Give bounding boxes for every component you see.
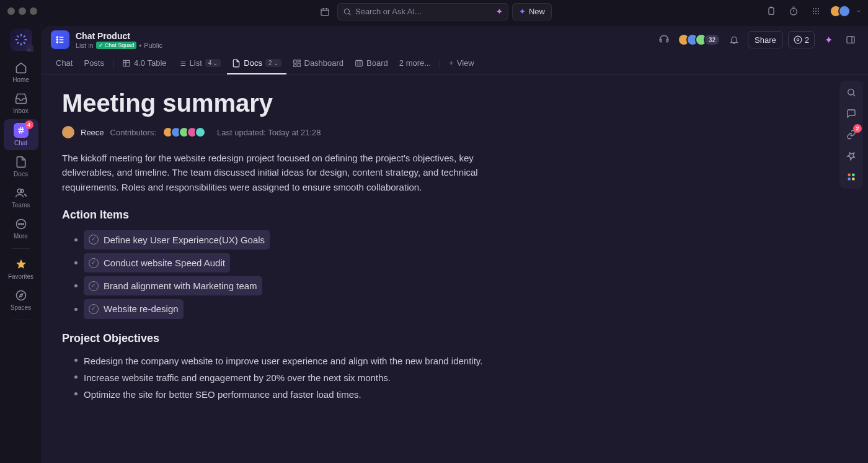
inbox-icon [14,92,28,106]
calendar-icon[interactable] [316,3,334,20]
author-avatar[interactable] [62,126,74,138]
page-title: Chat Product [76,31,162,41]
svg-point-30 [848,89,854,95]
list-icon[interactable] [51,30,69,49]
svg-rect-27 [298,63,300,66]
topbar-user-avatars[interactable] [830,5,851,17]
tab-dashboard[interactable]: Dashboard [288,53,349,74]
action-item[interactable]: ✓Define key User Experience(UX) Goals [62,230,508,249]
contributor-avatars[interactable] [162,127,206,138]
objective-item[interactable]: Redesign the company website to improve … [62,354,508,368]
topbar: Search or Ask AI... ✦ ✦ New [0,0,868,24]
maximize-window-dot[interactable] [30,7,37,15]
sidebar-item-teams[interactable]: Teams [4,182,38,212]
tab-board[interactable]: Board [350,53,393,74]
ai-sparkle-icon: ✦ [496,7,503,16]
sidebar-item-inbox[interactable]: Inbox [4,88,38,118]
svg-point-9 [818,11,819,12]
bell-icon[interactable] [725,31,743,48]
objectives-heading[interactable]: Project Objectives [62,330,508,348]
tab-more[interactable]: 2 more... [394,53,436,74]
svg-point-7 [813,11,814,12]
pin-icon[interactable] [842,146,861,165]
sidebar-item-favorites[interactable]: Favorites [4,254,38,284]
author-name[interactable]: Reece [81,128,104,137]
objective-item[interactable]: Increase website traffic and engagement … [62,371,508,385]
svg-point-1 [344,9,349,14]
comments-badge: 2 [853,124,862,133]
svg-point-10 [813,13,814,14]
search-icon[interactable] [842,83,861,102]
presence-count[interactable]: 2 [788,31,815,48]
dashboard-icon [293,59,301,68]
doc-icon [232,59,241,68]
file-icon [14,155,28,169]
table-icon [122,59,131,68]
sidebar-item-chat[interactable]: 4 Chat [4,119,38,150]
clipboard-icon[interactable] [763,2,780,20]
add-view-button[interactable]: + View [444,53,479,74]
link-icon[interactable]: 2 [842,125,861,144]
apps-icon[interactable] [842,168,861,186]
action-item[interactable]: ✓Brand alignment with Marketing team [62,276,508,295]
svg-point-22 [797,38,799,41]
check-icon[interactable]: ✓ [89,304,99,314]
svg-point-16 [20,223,22,225]
sidebar: ⌄ Home Inbox 4 Chat Docs Teams More [0,24,42,463]
comment-icon[interactable] [842,104,861,123]
sidebar-toggle-icon[interactable] [842,31,859,48]
check-icon[interactable]: ✓ [89,281,99,291]
chevron-down-icon[interactable]: ⌄ [26,45,33,52]
check-icon[interactable]: ✓ [89,258,99,268]
more-icon [14,217,28,231]
check-icon[interactable]: ✓ [89,235,99,245]
close-window-dot[interactable] [7,7,15,15]
apps-grid-icon[interactable] [807,2,825,20]
tab-list[interactable]: List 4 ⌄ [173,53,226,74]
action-item[interactable]: ✓Conduct website Speed Audit [62,253,508,272]
sidebar-item-spaces[interactable]: Spaces [4,285,38,315]
svg-point-5 [815,8,817,9]
share-button[interactable]: Share [748,31,783,48]
tab-table[interactable]: 4.0 Table [117,53,172,74]
svg-rect-26 [298,60,300,61]
minimize-window-dot[interactable] [19,7,26,15]
svg-rect-32 [852,174,854,176]
new-button-label: New [529,7,545,16]
sidebar-item-more[interactable]: More [4,214,38,243]
board-icon [355,59,363,68]
new-button[interactable]: ✦ New [512,3,552,20]
svg-point-19 [56,37,58,38]
star-icon [14,258,28,271]
svg-rect-0 [321,9,329,16]
svg-rect-25 [293,60,296,63]
workspace-logo[interactable]: ⌄ [10,29,32,51]
search-input[interactable]: Search or Ask AI... ✦ [337,3,508,20]
home-icon [14,61,28,74]
breadcrumb[interactable]: List in ✓ Chat Squad • Public [76,42,162,49]
window-controls[interactable] [7,7,37,15]
sidebar-item-home[interactable]: Home [4,57,38,87]
objective-item[interactable]: Optimize the site for better SEO perform… [62,387,508,402]
timer-icon[interactable] [785,2,802,20]
page-header: Chat Product List in ✓ Chat Squad • Publ… [42,26,868,53]
chevron-down-icon[interactable] [856,8,862,14]
tabs: Chat Posts 4.0 Table List 4 ⌄ Docs 2 ⌄ D… [42,53,868,74]
headphones-icon[interactable] [655,31,673,48]
squad-chip[interactable]: ✓ Chat Squad [96,42,137,49]
sidebar-item-docs[interactable]: Docs [4,151,38,181]
doc-intro[interactable]: The kickoff meeting for the website rede… [62,151,508,194]
svg-rect-33 [848,178,851,180]
action-item[interactable]: ✓Website re-design [62,299,508,318]
action-items-heading[interactable]: Action Items [62,207,508,224]
svg-point-6 [818,8,819,9]
ai-sparkle-icon[interactable]: ✦ [820,31,837,48]
presence-avatars[interactable]: 32 [678,34,720,46]
sparkle-plus-icon: ✦ [519,7,526,16]
chat-badge: 4 [25,120,33,129]
svg-point-8 [815,11,817,12]
tab-posts[interactable]: Posts [79,53,109,74]
tab-chat[interactable]: Chat [51,53,78,74]
doc-title[interactable]: Meeting summary [62,89,848,117]
tab-docs[interactable]: Docs 2 ⌄ [227,53,286,74]
